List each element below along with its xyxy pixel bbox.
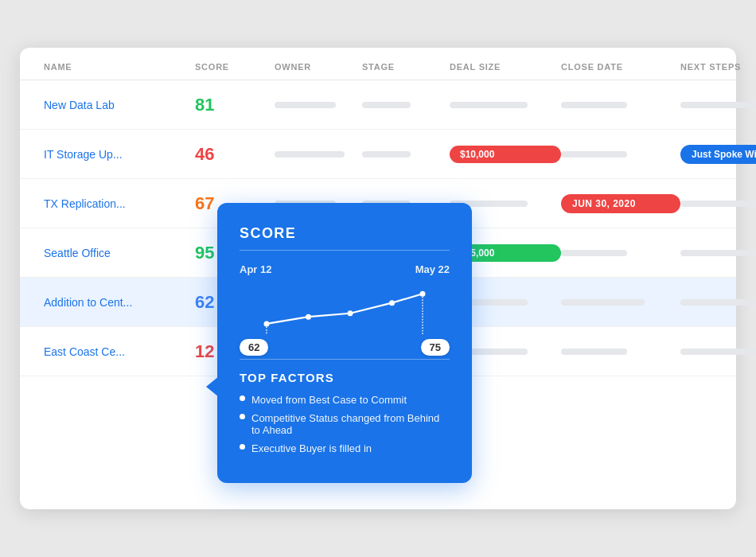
col-owner: OWNER bbox=[275, 62, 362, 72]
popup-arrow bbox=[206, 376, 219, 397]
deal-size-badge: $10,000 bbox=[450, 146, 561, 163]
next-steps-placeholder bbox=[680, 201, 756, 207]
chart-date-right: May 22 bbox=[415, 263, 450, 275]
svg-point-3 bbox=[389, 300, 395, 306]
table-row: IT Storage Up... 46 $10,000 Just Spoke W… bbox=[20, 130, 736, 179]
owner-placeholder bbox=[275, 102, 336, 108]
close-date-placeholder bbox=[561, 299, 645, 306]
factor-text: Competitive Status changed from Behind t… bbox=[251, 412, 450, 436]
svg-point-2 bbox=[348, 310, 353, 316]
next-steps-placeholder bbox=[680, 299, 756, 306]
row-score: 81 bbox=[195, 95, 275, 115]
row-name[interactable]: IT Storage Up... bbox=[44, 148, 195, 161]
svg-point-1 bbox=[306, 314, 311, 320]
factor-text: Moved from Best Case to Commit bbox=[251, 394, 407, 406]
col-next-steps: NEXT STEPS bbox=[680, 62, 756, 72]
score-chart: Apr 12 May 22 62 75 bbox=[240, 263, 450, 351]
popup-divider bbox=[240, 250, 450, 251]
factor-item: Moved from Best Case to Commit bbox=[240, 394, 450, 406]
row-name[interactable]: TX Replication... bbox=[44, 197, 195, 210]
chart-svg bbox=[240, 278, 450, 334]
col-stage: STAGE bbox=[362, 62, 450, 72]
col-name: NAME bbox=[44, 62, 195, 72]
popup-title: SCORE bbox=[240, 225, 450, 242]
next-steps-placeholder bbox=[680, 102, 756, 108]
table-row: New Data Lab 81 bbox=[20, 80, 736, 130]
score-bubble-right: 75 bbox=[421, 339, 450, 356]
factor-text: Executive Buyer is filled in bbox=[251, 442, 372, 454]
next-steps-placeholder bbox=[680, 250, 756, 256]
row-score: 46 bbox=[195, 144, 275, 165]
close-date-placeholder bbox=[561, 349, 627, 355]
col-deal-size: DEAL SIZE bbox=[450, 62, 561, 72]
close-date-placeholder bbox=[561, 250, 627, 256]
top-factors-title: TOP FACTORS bbox=[240, 371, 450, 384]
stage-placeholder bbox=[362, 102, 411, 108]
next-step-badge: Just Spoke Wi.. bbox=[680, 145, 756, 164]
factor-item: Competitive Status changed from Behind t… bbox=[240, 412, 450, 436]
row-name[interactable]: Addition to Cent... bbox=[44, 296, 195, 309]
score-popup: SCORE Apr 12 May 22 bbox=[217, 203, 472, 483]
owner-placeholder bbox=[275, 151, 345, 158]
factor-bullet bbox=[240, 395, 245, 401]
close-date-placeholder bbox=[561, 151, 627, 158]
deal-size-placeholder bbox=[450, 102, 528, 108]
stage-placeholder bbox=[362, 151, 411, 158]
main-card: NAME SCORE OWNER STAGE DEAL SIZE CLOSE D… bbox=[20, 48, 736, 509]
col-close-date: CLOSE DATE bbox=[561, 62, 680, 72]
row-name[interactable]: East Coast Ce... bbox=[44, 345, 195, 358]
close-date-placeholder bbox=[561, 102, 627, 108]
factor-bullet bbox=[240, 444, 245, 450]
row-name[interactable]: Seattle Office bbox=[44, 247, 195, 259]
score-bubble-left: 62 bbox=[240, 339, 268, 356]
col-score: SCORE bbox=[195, 62, 275, 72]
chart-bottom-divider bbox=[240, 359, 450, 360]
chart-date-left: Apr 12 bbox=[240, 263, 271, 275]
chart-labels: Apr 12 May 22 bbox=[240, 263, 450, 275]
close-date-badge: JUN 30, 2020 bbox=[561, 194, 680, 213]
factor-item: Executive Buyer is filled in bbox=[240, 442, 450, 454]
row-name[interactable]: New Data Lab bbox=[44, 99, 195, 111]
factor-bullet bbox=[240, 414, 245, 419]
table-header: NAME SCORE OWNER STAGE DEAL SIZE CLOSE D… bbox=[20, 48, 736, 80]
next-steps-placeholder bbox=[680, 349, 756, 355]
